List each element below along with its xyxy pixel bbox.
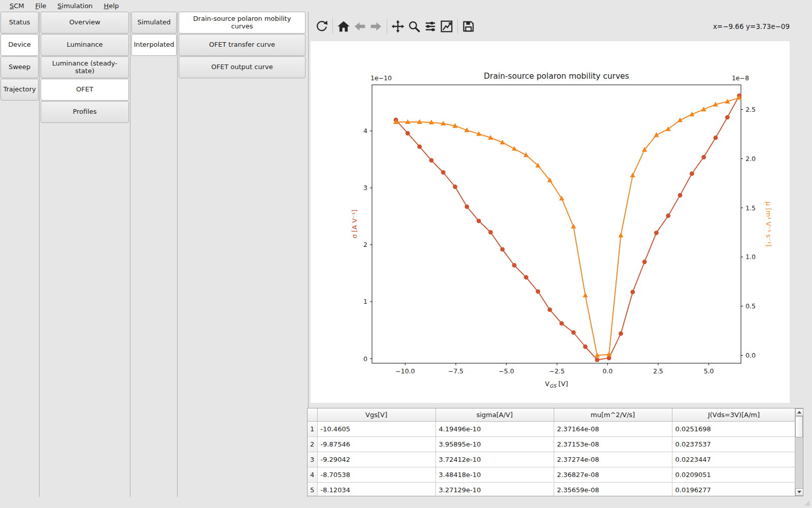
svg-text:−7.5: −7.5 xyxy=(448,367,463,375)
svg-text:Drain-source polaron mobility: Drain-source polaron mobility curves xyxy=(484,72,629,81)
svg-text:0.0: 0.0 xyxy=(746,352,756,359)
svg-text:1e−8: 1e−8 xyxy=(732,74,749,82)
subplots-icon[interactable] xyxy=(422,18,438,35)
svg-text:1e−10: 1e−10 xyxy=(370,74,392,82)
svg-text:3: 3 xyxy=(363,184,367,192)
cell-sigma[interactable]: 4.19496e-10 xyxy=(435,421,554,436)
nav-column-curves: Drain-source polaron mobility curves OFE… xyxy=(179,12,306,79)
cell-sigma[interactable]: 3.72412e-10 xyxy=(435,452,554,467)
cell-mu[interactable]: 2.37153e-08 xyxy=(554,436,672,452)
nav-trajectory[interactable]: Trajectory xyxy=(1,79,39,101)
svg-text:2.5: 2.5 xyxy=(653,367,663,375)
col-header-vgs[interactable]: Vgs[V] xyxy=(317,408,435,421)
cell-j[interactable]: 0.0223447 xyxy=(672,452,796,467)
mobility-curves-chart: −10.0−7.5−5.0−2.50.02.55.0012340.00.51.0… xyxy=(311,41,790,403)
nav-luminance-steady-state[interactable]: Luminance (steady-state) xyxy=(41,56,129,78)
cell-j[interactable]: 0.0209051 xyxy=(672,467,796,482)
cursor-coordinates: x=−9.66 y=3.73e−09 xyxy=(713,22,790,30)
nav-divider-3 xyxy=(177,12,178,497)
arrow-down-icon xyxy=(797,491,801,493)
cell-j[interactable]: 0.0196277 xyxy=(672,482,796,496)
table-scrollbar[interactable] xyxy=(795,408,803,496)
svg-text:1: 1 xyxy=(363,298,367,305)
cell-vgs[interactable]: -10.4605 xyxy=(317,421,435,436)
scrollbar-thumb[interactable] xyxy=(795,416,803,437)
cell-mu[interactable]: 2.37164e-08 xyxy=(554,421,672,436)
pan-icon[interactable] xyxy=(390,18,406,35)
nav-sweep[interactable]: Sweep xyxy=(1,56,39,78)
cell-sigma[interactable]: 3.95895e-10 xyxy=(435,436,554,452)
nav-column-ofet-mode: Simulated Interpolated xyxy=(131,12,177,56)
back-icon[interactable] xyxy=(352,18,368,35)
svg-text:−10.0: −10.0 xyxy=(395,367,415,375)
row-number[interactable]: 5 xyxy=(308,482,317,496)
nav-divider-1 xyxy=(39,12,40,497)
window-resize-grip[interactable] xyxy=(805,501,810,506)
cell-sigma[interactable]: 3.48418e-10 xyxy=(435,467,554,482)
plot-toolbar xyxy=(314,17,477,36)
nav-overview[interactable]: Overview xyxy=(41,12,129,34)
customize-plot-icon[interactable] xyxy=(438,18,455,35)
menu-simulation[interactable]: Simulation xyxy=(53,1,97,11)
nav-column-device: Overview Luminance Luminance (steady-sta… xyxy=(41,12,129,123)
nav-simulated[interactable]: Simulated xyxy=(131,12,177,34)
menu-help[interactable]: Help xyxy=(99,1,124,11)
home-icon[interactable] xyxy=(335,18,352,35)
col-header-j[interactable]: J(Vds=3V)[A/m] xyxy=(672,408,796,421)
svg-text:VGS [V]: VGS [V] xyxy=(545,380,568,389)
row-number[interactable]: 4 xyxy=(308,467,317,482)
cell-j[interactable]: 0.0251698 xyxy=(672,421,796,436)
refresh-icon[interactable] xyxy=(314,18,330,35)
nav-luminance[interactable]: Luminance xyxy=(41,34,129,56)
cell-mu[interactable]: 2.37274e-08 xyxy=(554,452,672,467)
zoom-icon[interactable] xyxy=(406,18,422,35)
col-header-sigma[interactable]: sigma[A/V] xyxy=(435,408,554,421)
nav-ofet-output-curve[interactable]: OFET output curve xyxy=(179,56,306,78)
cell-vgs[interactable]: -8.70538 xyxy=(317,467,435,482)
data-table: Vgs[V] sigma[A/V] mu[m^2/V/s] J(Vds=3V)[… xyxy=(308,408,796,496)
cell-vgs[interactable]: -9.29042 xyxy=(317,452,435,467)
scroll-down-button[interactable] xyxy=(795,488,803,496)
corner-header[interactable] xyxy=(308,408,317,421)
svg-text:2.0: 2.0 xyxy=(746,155,756,163)
svg-text:4: 4 xyxy=(363,127,367,135)
nav-ofet[interactable]: OFET xyxy=(41,79,129,101)
save-icon[interactable] xyxy=(460,18,477,35)
cell-sigma[interactable]: 3.27129e-10 xyxy=(435,482,554,496)
cell-vgs[interactable]: -9.87546 xyxy=(317,436,435,452)
scroll-up-button[interactable] xyxy=(795,408,803,416)
row-number[interactable]: 3 xyxy=(308,452,317,467)
cell-mu[interactable]: 2.35659e-08 xyxy=(554,482,672,496)
nav-profiles[interactable]: Profiles xyxy=(41,101,129,123)
cell-j[interactable]: 0.0237537 xyxy=(672,436,796,452)
table-header-row: Vgs[V] sigma[A/V] mu[m^2/V/s] J(Vds=3V)[… xyxy=(308,408,796,421)
nav-status[interactable]: Status xyxy=(1,12,39,34)
svg-text:5.0: 5.0 xyxy=(704,367,714,375)
table-row: 2 -9.87546 3.95895e-10 2.37153e-08 0.023… xyxy=(308,436,796,452)
nav-device[interactable]: Device xyxy=(1,34,39,56)
toolbar-separator xyxy=(387,19,387,34)
plot-canvas[interactable]: −10.0−7.5−5.0−2.50.02.55.0012340.00.51.0… xyxy=(311,41,790,403)
nav-interpolated[interactable]: Interpolated xyxy=(131,34,177,56)
table-row: 4 -8.70538 3.48418e-10 2.36827e-08 0.020… xyxy=(308,467,796,482)
nav-column-primary: Status Device Sweep Trajectory xyxy=(1,12,39,101)
data-table-panel: Vgs[V] sigma[A/V] mu[m^2/V/s] J(Vds=3V)[… xyxy=(307,408,803,496)
svg-text:0.0: 0.0 xyxy=(602,367,613,375)
forward-icon[interactable] xyxy=(368,18,384,35)
nav-divider-2 xyxy=(130,12,130,497)
row-number[interactable]: 2 xyxy=(308,436,317,452)
cell-mu[interactable]: 2.36827e-08 xyxy=(554,467,672,482)
row-number[interactable]: 1 xyxy=(308,421,317,436)
menu-scm[interactable]: SCM xyxy=(5,1,29,11)
svg-text:−5.0: −5.0 xyxy=(499,367,514,375)
nav-mobility-curves[interactable]: Drain-source polaron mobility curves xyxy=(179,12,306,34)
menu-file[interactable]: File xyxy=(31,1,51,11)
menu-bar: SCM File Simulation Help xyxy=(0,0,812,12)
col-header-mu[interactable]: mu[m^2/V/s] xyxy=(554,408,672,421)
svg-text:σ [A V⁻¹]: σ [A V⁻¹] xyxy=(351,210,358,239)
arrow-up-icon xyxy=(797,411,801,414)
cell-vgs[interactable]: -8.12034 xyxy=(317,482,435,496)
toolbar-separator xyxy=(457,19,458,34)
svg-text:1.5: 1.5 xyxy=(746,204,756,212)
nav-ofet-transfer-curve[interactable]: OFET transfer curve xyxy=(179,34,306,56)
